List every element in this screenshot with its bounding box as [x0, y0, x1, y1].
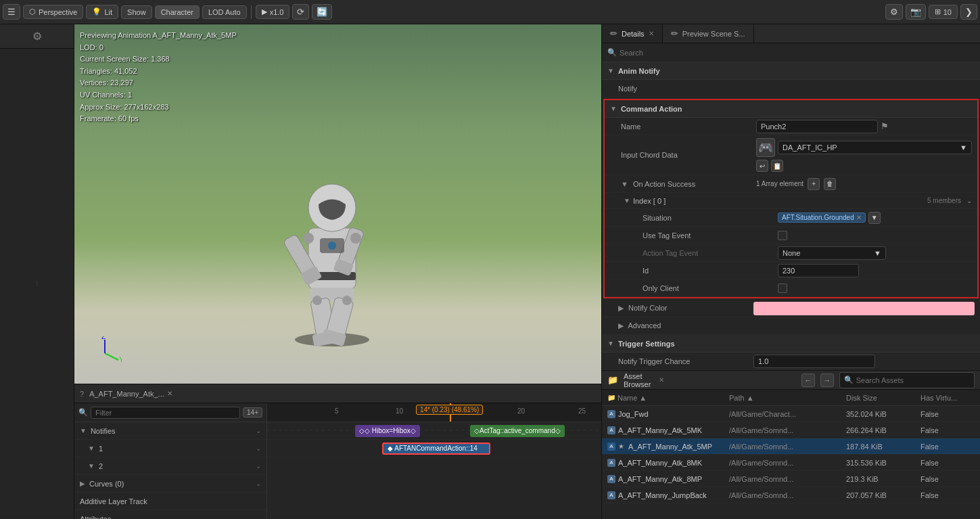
attributes-track[interactable]: Attributes — [74, 510, 266, 519]
track-1[interactable]: ▼ 1 ⌄ — [74, 440, 266, 457]
viewport-info: Previewing Animation A_AFT_Manny_Atk_5MP… — [80, 30, 237, 125]
chord-back-btn[interactable]: ↩ — [756, 160, 768, 172]
track-2[interactable]: ▼ 2 ⌄ — [74, 457, 266, 475]
ruler-5: 5 — [335, 407, 339, 415]
track2-expand[interactable]: ⌄ — [256, 462, 261, 470]
asset-forward-btn[interactable]: → — [820, 374, 834, 387]
trigger-settings-section[interactable]: ▼ Trigger Settings — [602, 335, 980, 353]
col-virt[interactable]: Has Virtu... — [920, 394, 975, 402]
curves-expand[interactable]: ⌄ — [256, 480, 261, 487]
situation-tag-close[interactable]: ✕ — [856, 214, 862, 221]
id-input[interactable] — [778, 264, 859, 277]
loop-button[interactable]: 🔄 — [312, 4, 332, 20]
command-action-header[interactable]: ▼ Command Action — [605, 100, 977, 118]
notify-trigger-input[interactable] — [753, 355, 875, 368]
viewport-line1: Previewing Animation A_AFT_Manny_Atk_5MP — [80, 30, 237, 42]
asset-row[interactable]: A Jog_Fwd /All/Game/Charact... 352.024 K… — [602, 406, 980, 422]
character-label: Character — [161, 8, 193, 16]
asset-row[interactable]: A ★ A_AFT_Manny_Atk_5MP /All/Game/Somnd.… — [602, 438, 980, 455]
asset-row[interactable]: A A_AFT_Manny_Atk_8MP /All/Game/Somnd...… — [602, 471, 980, 487]
perspective-button[interactable]: ⬡ Perspective — [23, 5, 83, 19]
chord-dropdown[interactable]: DA_AFT_IC_HP ▼ — [778, 141, 972, 154]
settings-button[interactable]: ⚙ — [885, 4, 903, 20]
anim-notify-label: Anim Notify — [618, 67, 660, 75]
notify-color-row: ▶ Notify Color — [602, 300, 980, 317]
details-search-input[interactable] — [620, 49, 975, 57]
asset-row[interactable]: A A_AFT_Manny_Atk_5MK /All/Game/Somnd...… — [602, 422, 980, 438]
track1-label: 1 — [99, 445, 252, 453]
timeline-ruler[interactable]: 5 10 15 20 25 14* (0.23) (48.61%) — [267, 403, 601, 422]
timeline-tab-label: A_AFT_Manny_Atk_... — [89, 390, 164, 398]
name-input[interactable] — [756, 120, 878, 133]
additive-track[interactable]: Additive Layer Track — [74, 493, 266, 510]
hamburger-button[interactable]: ☰ — [3, 4, 20, 20]
preview-tab[interactable]: ✏ Preview Scene S... — [663, 24, 754, 43]
anim-notify-arrow: ▼ — [607, 67, 614, 74]
viewport-line4: Triangles: 41,052 — [80, 66, 237, 78]
rewind-button[interactable]: ⟳ — [292, 4, 309, 20]
anim-notify-section[interactable]: ▼ Anim Notify — [602, 62, 980, 80]
lod-button[interactable]: LOD Auto — [202, 5, 247, 19]
details-tab[interactable]: ✏ Details ✕ — [602, 24, 663, 43]
character-button[interactable]: Character — [155, 5, 200, 19]
timeline-tab-close[interactable]: ✕ — [167, 390, 172, 397]
show-label: Show — [127, 8, 146, 16]
flag-icon[interactable]: ⚑ — [881, 121, 889, 131]
action-tag-event-label: Action Tag Event — [643, 249, 778, 257]
notify-track-1: ◇ ◇ Hibox=Hibox ◇ ◇ ActTag::active_comma… — [267, 422, 601, 440]
settings-icon[interactable]: ⚙ — [32, 30, 42, 43]
col-size[interactable]: Disk Size — [846, 394, 920, 402]
index-row[interactable]: ▼ Index [ 0 ] 5 members ⌄ — [605, 193, 977, 209]
name-value-container: ⚑ — [756, 120, 972, 133]
action-tag-event-dropdown[interactable]: None ▼ — [778, 246, 886, 260]
filter-input[interactable] — [91, 407, 240, 419]
chord-copy-btn[interactable]: 📋 — [771, 160, 783, 172]
asset-virtual: False — [920, 475, 975, 483]
array-remove-btn[interactable]: 🗑 — [824, 178, 836, 190]
curves-label: Curves (0) — [89, 480, 252, 488]
asset-row[interactable]: A A_AFT_Manny_JumpBack /All/Game/Somnd..… — [602, 487, 980, 503]
show-button[interactable]: Show — [121, 5, 152, 19]
notify-color-swatch[interactable] — [753, 302, 975, 315]
more-button[interactable]: ❯ — [960, 4, 977, 20]
only-client-checkbox[interactable] — [778, 284, 787, 293]
acttag-chip[interactable]: ◇ ActTag::active_command ◇ — [470, 425, 565, 437]
col-path[interactable]: Path ▲ — [729, 394, 846, 402]
play-button[interactable]: ▶ x1.0 — [256, 5, 290, 19]
viewport-line2: LOD: 0 — [80, 42, 237, 54]
sidebar-placeholder: ··· — [33, 281, 41, 286]
use-tag-event-checkbox[interactable] — [778, 231, 787, 240]
grid-button[interactable]: ⊞ 10 — [929, 5, 958, 19]
name-label: Name — [621, 122, 756, 131]
only-client-row: Only Client — [605, 279, 977, 297]
situation-dropdown-btn[interactable]: ▼ — [868, 212, 881, 224]
array-header: 1 Array element + 🗑 — [756, 178, 836, 190]
hibox-chip[interactable]: ◇ ◇ Hibox=Hibox ◇ — [355, 425, 420, 437]
camera-button[interactable]: 📷 — [906, 4, 926, 20]
asset-browser-close[interactable]: ✕ — [659, 376, 664, 384]
curves-track[interactable]: ▶ Curves (0) ⌄ — [74, 475, 266, 493]
asset-search-input[interactable] — [856, 376, 970, 384]
notifies-track[interactable]: ▼ Notifies ⌄ — [74, 422, 266, 440]
col-name[interactable]: 📁 Name ▲ — [607, 394, 729, 402]
id-value — [778, 264, 972, 277]
asset-back-btn[interactable]: ← — [801, 374, 815, 387]
details-body[interactable]: ▼ Anim Notify Notify ▼ Command Action Na… — [602, 62, 980, 370]
index-expand[interactable]: ⌄ — [966, 197, 972, 204]
notifies-expand[interactable]: ⌄ — [256, 427, 261, 434]
situation-tag-chip[interactable]: AFT.Situation.Grounded ✕ — [778, 212, 866, 223]
array-add-btn[interactable]: + — [808, 178, 820, 190]
advanced-label: Advanced — [628, 321, 661, 330]
asset-browser-icon: 📁 — [607, 375, 618, 385]
asset-search-icon: 🔍 — [844, 376, 854, 384]
details-tab-close[interactable]: ✕ — [649, 30, 654, 37]
timeline-tab[interactable]: A_AFT_Manny_Atk_... ✕ — [89, 390, 172, 398]
chord-icon[interactable]: 🎮 — [756, 138, 775, 157]
lit-button[interactable]: 💡 Lit — [86, 5, 118, 19]
timeline-tracks-content[interactable]: ◇ ◇ Hibox=Hibox ◇ ◇ ActTag::active_comma… — [267, 422, 601, 519]
viewport[interactable]: Previewing Animation A_AFT_Manny_Atk_5MP… — [74, 24, 601, 384]
track1-expand[interactable]: ⌄ — [256, 445, 261, 452]
advanced-row[interactable]: ▶ Advanced — [602, 317, 980, 335]
command-action-chip[interactable]: ◆ AFTANCommandAction::14 — [382, 443, 490, 455]
asset-row[interactable]: A A_AFT_Manny_Atk_8MK /All/Game/Somnd...… — [602, 455, 980, 471]
